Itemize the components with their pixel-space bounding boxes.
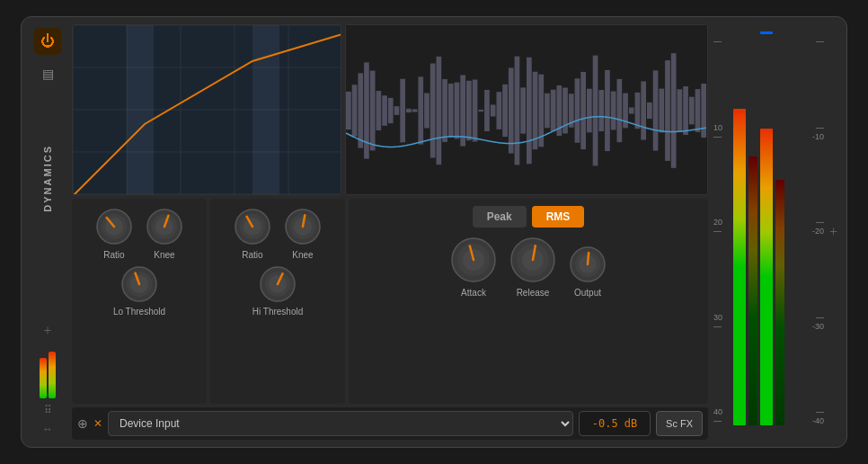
plugin-title: DYNAMICS xyxy=(42,145,53,212)
attack-group: Attack xyxy=(448,235,499,298)
rscale-top: — xyxy=(802,37,824,46)
power-button[interactable]: ⏻ xyxy=(34,28,61,55)
meter-bar-3 xyxy=(760,30,773,425)
hi-threshold-knob[interactable] xyxy=(257,263,298,305)
meter-bars xyxy=(733,30,801,438)
attack-release-row: Attack Release xyxy=(356,235,701,298)
lo-threshold-row: Lo Threshold xyxy=(79,263,199,317)
rscale-40: — -40 xyxy=(802,407,824,425)
hi-knee-group: Knee xyxy=(282,206,323,260)
meter-bar-1 xyxy=(733,30,746,425)
plugin-container: ⏻ ▤ DYNAMICS + ⠿ ↔ xyxy=(21,16,847,448)
meter-bar-4 xyxy=(775,30,784,425)
lo-section: Ratio Knee xyxy=(72,199,207,404)
attack-label: Attack xyxy=(461,288,486,298)
lo-threshold-knob[interactable] xyxy=(119,263,160,305)
meter-scale-left: — 10 — 20 — 30 — 40 — xyxy=(713,30,731,438)
hi-ratio-group: Ratio xyxy=(232,206,273,260)
scale-top: — xyxy=(713,37,731,46)
db-display: -0.5 dB xyxy=(579,411,651,436)
dots-button[interactable]: ⠿ xyxy=(44,404,52,417)
svg-line-35 xyxy=(588,253,589,264)
output-label: Output xyxy=(574,288,601,298)
lo-threshold-group: Lo Threshold xyxy=(113,263,165,317)
hi-ratio-label: Ratio xyxy=(242,250,262,260)
right-controls: Peak RMS Attack xyxy=(349,199,708,404)
lo-knee-label: Knee xyxy=(154,250,174,260)
device-x[interactable]: ✕ xyxy=(93,417,102,431)
output-knob[interactable] xyxy=(567,244,608,285)
hi-knee-knob[interactable] xyxy=(282,206,323,247)
rscale-30: — -30 xyxy=(802,313,824,331)
scale-40: 40 — xyxy=(713,407,731,425)
lo-ratio-knob[interactable] xyxy=(93,206,135,247)
scale-10: 10 — xyxy=(713,123,731,141)
hi-threshold-group: Hi Threshold xyxy=(252,263,304,317)
peak-rms-row: Peak RMS xyxy=(356,206,701,228)
hi-threshold-row: Hi Threshold xyxy=(217,263,338,317)
mini-meter-right xyxy=(49,352,56,398)
top-section xyxy=(72,24,708,195)
main-content: Ratio Knee xyxy=(72,24,708,440)
rscale-10: — -10 xyxy=(802,123,824,141)
lo-knee-knob[interactable] xyxy=(144,206,185,247)
lo-knob-row: Ratio Knee xyxy=(93,206,185,260)
hi-knee-label: Knee xyxy=(292,250,313,260)
meter-scale-right: — — -10 — -20 — -30 — -40 xyxy=(802,30,824,438)
power-icon: ⏻ xyxy=(40,33,55,49)
lo-ratio-group: Ratio xyxy=(93,206,135,260)
rscale-20: — -20 xyxy=(802,218,824,236)
release-label: Release xyxy=(517,288,550,298)
hi-section: Ratio Knee xyxy=(210,199,345,404)
attack-knob[interactable] xyxy=(448,235,499,285)
scale-20: 20 — xyxy=(713,218,731,236)
waveform-canvas xyxy=(346,25,707,195)
device-select[interactable]: Device Input xyxy=(108,411,573,436)
mini-meter-left xyxy=(40,358,47,398)
folder-icon: ▤ xyxy=(42,67,54,81)
meter-section: — 10 — 20 — 30 — 40 — xyxy=(713,24,839,440)
add-left-button[interactable]: + xyxy=(43,323,51,339)
waveform-graph xyxy=(345,24,708,195)
mini-meters xyxy=(40,344,56,398)
lo-knee-group: Knee xyxy=(144,206,185,260)
rms-button[interactable]: RMS xyxy=(532,206,585,228)
release-knob[interactable] xyxy=(508,235,558,285)
sc-fx-button[interactable]: Sc FX xyxy=(656,411,703,436)
sidebar: ⏻ ▤ DYNAMICS + ⠿ ↔ xyxy=(29,24,66,440)
controls-section: Ratio Knee xyxy=(72,199,708,404)
lo-threshold-label: Lo Threshold xyxy=(113,307,165,317)
transfer-canvas xyxy=(73,25,341,195)
link-button[interactable]: ↔ xyxy=(42,423,53,436)
lo-ratio-label: Ratio xyxy=(103,250,124,260)
meter-bar-2 xyxy=(748,30,757,425)
hi-threshold-label: Hi Threshold xyxy=(252,307,304,317)
add-right-button[interactable]: + xyxy=(828,26,839,438)
hi-ratio-knob[interactable] xyxy=(232,206,273,247)
output-group: Output xyxy=(567,244,608,298)
folder-button[interactable]: ▤ xyxy=(34,60,61,87)
bottom-bar: ⊕ ✕ Device Input -0.5 dB Sc FX xyxy=(72,407,708,440)
hi-knob-row: Ratio Knee xyxy=(232,206,323,260)
peak-button[interactable]: Peak xyxy=(473,206,527,228)
transfer-graph xyxy=(72,24,341,195)
release-group: Release xyxy=(508,235,558,298)
scale-30: 30 — xyxy=(713,313,731,331)
device-icon: ⊕ xyxy=(77,416,88,432)
